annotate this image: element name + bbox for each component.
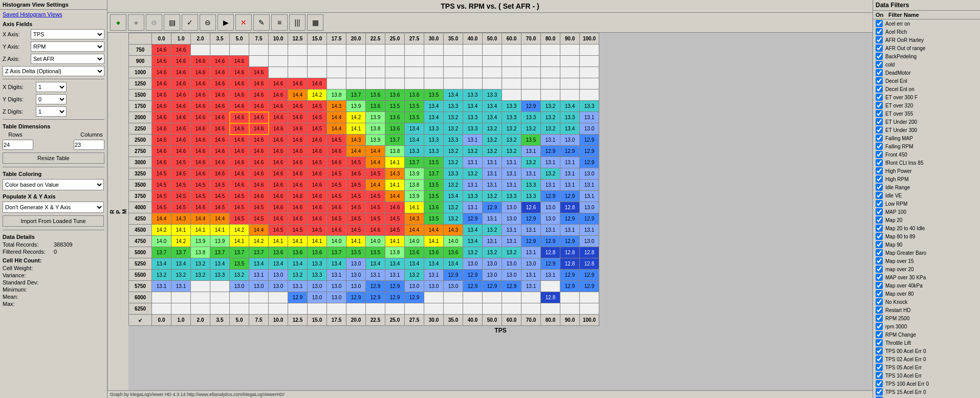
data-cell-18-11[interactable]: 13.5 [366, 247, 385, 258]
data-cell-6-20[interactable]: 13.2 [541, 112, 560, 123]
data-cell-10-0[interactable]: 14.6 [152, 157, 171, 168]
filter-row[interactable]: Map 90 [873, 240, 980, 249]
data-cell-9-12[interactable]: 13.8 [385, 146, 405, 157]
data-cell-14-2[interactable]: 14.6 [191, 202, 210, 213]
filter-checkbox-27[interactable] [876, 241, 883, 248]
data-cell-5-21[interactable]: 13.4 [560, 101, 580, 112]
data-cell-15-3[interactable]: 14.4 [210, 213, 230, 225]
data-cell-18-10[interactable]: 13.5 [346, 247, 366, 258]
data-cell-20-10[interactable]: 13.0 [346, 270, 366, 281]
data-cell-22-20[interactable]: 12.8 [541, 292, 560, 303]
filter-checkbox-39[interactable] [876, 339, 883, 346]
filter-row[interactable]: TPS 05 Acel Err [873, 363, 980, 371]
data-cell-7-20[interactable]: 13.2 [541, 123, 560, 135]
data-cell-15-1[interactable]: 14.3 [171, 213, 191, 225]
filters-list[interactable]: Acel err onAcel RichAFR OoR HarleyAFR Ou… [873, 19, 980, 398]
data-cell-11-14[interactable]: 13.7 [424, 168, 444, 180]
data-cell-0-4[interactable] [230, 45, 249, 56]
filter-row[interactable]: DeadMotor [873, 69, 980, 77]
data-cell-10-22[interactable]: 12.9 [580, 157, 599, 168]
data-cell-19-17[interactable]: 13.0 [483, 258, 502, 270]
data-cell-17-14[interactable]: 14.1 [424, 236, 444, 247]
data-cell-10-2[interactable]: 14.6 [191, 157, 210, 168]
data-cell-7-3[interactable]: 14.6 [210, 123, 230, 135]
data-cell-10-19[interactable]: 13.2 [521, 157, 541, 168]
data-cell-15-20[interactable]: 13.0 [541, 213, 560, 225]
data-cell-0-3[interactable] [210, 45, 230, 56]
data-cell-5-17[interactable]: 13.4 [483, 101, 502, 112]
data-cell-6-5[interactable]: 14.6 [249, 112, 269, 123]
data-cell-1-12[interactable] [385, 56, 405, 67]
data-cell-4-3[interactable]: 14.6 [210, 90, 230, 101]
data-cell-9-11[interactable]: 14.4 [366, 146, 385, 157]
filter-row[interactable]: ET over 320 [873, 101, 980, 109]
coloring-select[interactable]: Color based on Value [3, 179, 104, 190]
data-cell-11-2[interactable]: 14.6 [191, 168, 210, 180]
data-cell-22-21[interactable] [560, 292, 580, 303]
data-cell-11-17[interactable]: 13.1 [483, 168, 502, 180]
filter-row[interactable]: TPS 100 Acel Err 0 [873, 380, 980, 388]
data-cell-1-19[interactable] [521, 56, 541, 67]
data-cell-14-3[interactable]: 14.5 [210, 202, 230, 213]
data-cell-3-13[interactable] [405, 78, 424, 90]
data-cell-1-17[interactable] [483, 56, 502, 67]
data-cell-18-21[interactable]: 12.8 [560, 247, 580, 258]
filter-checkbox-41[interactable] [876, 356, 883, 363]
filter-row[interactable]: AFR OoR Harley [873, 36, 980, 44]
data-cell-3-6[interactable]: 14.6 [269, 78, 288, 90]
data-cell-23-22[interactable] [580, 303, 599, 315]
data-cell-6-14[interactable]: 13.4 [424, 112, 444, 123]
data-cell-17-3[interactable]: 13.9 [210, 236, 230, 247]
data-cell-3-19[interactable] [521, 78, 541, 90]
data-cell-4-0[interactable]: 14.6 [152, 90, 171, 101]
data-cell-1-15[interactable] [444, 56, 463, 67]
data-cell-6-2[interactable]: 14.6 [191, 112, 210, 123]
data-cell-23-14[interactable] [424, 303, 444, 315]
data-cell-21-13[interactable]: 13.0 [405, 281, 424, 292]
data-cell-3-2[interactable]: 14.6 [191, 78, 210, 90]
data-cell-3-9[interactable] [327, 78, 346, 90]
filter-row[interactable]: TPS 10 Acel Err [873, 371, 980, 380]
data-cell-13-18[interactable]: 13.3 [502, 191, 521, 202]
data-cell-15-9[interactable]: 14.5 [327, 213, 346, 225]
data-cell-13-10[interactable]: 14.5 [346, 191, 366, 202]
data-cell-12-6[interactable]: 14.6 [269, 180, 288, 191]
data-cell-19-2[interactable]: 13.2 [191, 258, 210, 270]
data-cell-13-0[interactable]: 14.5 [152, 191, 171, 202]
data-cell-9-21[interactable]: 12.9 [560, 146, 580, 157]
data-cell-21-14[interactable]: 13.0 [424, 281, 444, 292]
data-cell-2-7[interactable] [288, 67, 308, 78]
data-cell-5-1[interactable]: 14.6 [171, 101, 191, 112]
data-cell-0-15[interactable] [444, 45, 463, 56]
data-cell-17-16[interactable]: 13.4 [463, 236, 483, 247]
filter-checkbox-43[interactable] [876, 372, 883, 379]
data-cell-13-22[interactable]: 13.1 [580, 191, 599, 202]
data-cell-17-1[interactable]: 14.2 [171, 236, 191, 247]
data-cell-2-21[interactable] [560, 67, 580, 78]
filter-row[interactable]: Idle Range [873, 183, 980, 191]
data-cell-22-13[interactable]: 12.9 [405, 292, 424, 303]
data-cell-18-13[interactable]: 13.6 [405, 247, 424, 258]
data-cell-13-21[interactable]: 12.9 [560, 191, 580, 202]
data-cell-22-4[interactable] [230, 292, 249, 303]
data-cell-5-16[interactable]: 13.4 [463, 101, 483, 112]
data-cell-9-4[interactable]: 14.6 [230, 146, 249, 157]
data-cell-15-2[interactable]: 14.4 [191, 213, 210, 225]
data-cell-8-0[interactable]: 14.6 [152, 135, 171, 146]
data-cell-0-17[interactable] [483, 45, 502, 56]
data-cell-2-9[interactable] [327, 67, 346, 78]
filter-checkbox-31[interactable] [876, 274, 883, 281]
data-cell-21-16[interactable]: 12.9 [463, 281, 483, 292]
data-cell-1-3[interactable]: 14.6 [210, 56, 230, 67]
data-cell-16-16[interactable]: 13.4 [463, 225, 483, 236]
data-cell-12-20[interactable]: 13.1 [541, 180, 560, 191]
data-cell-19-15[interactable]: 13.4 [444, 258, 463, 270]
data-cell-9-20[interactable]: 12.9 [541, 146, 560, 157]
data-cell-3-20[interactable] [541, 78, 560, 90]
data-cell-6-9[interactable]: 14.4 [327, 112, 346, 123]
data-cell-3-4[interactable]: 14.6 [230, 78, 249, 90]
data-cell-20-21[interactable]: 12.9 [560, 270, 580, 281]
filter-row[interactable]: High Power [873, 167, 980, 175]
data-cell-0-8[interactable] [308, 45, 327, 56]
data-cell-22-19[interactable] [521, 292, 541, 303]
